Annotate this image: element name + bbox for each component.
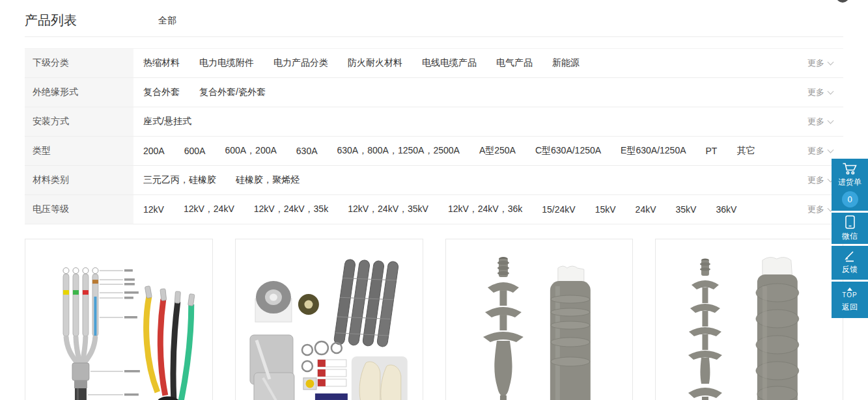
cart-label: 进货单 — [838, 177, 861, 188]
more-label: 更多 — [807, 116, 824, 127]
filter-option[interactable]: 12kV，24kV，35kV — [348, 204, 428, 215]
filter-option[interactable]: PT — [706, 146, 718, 156]
back-label: 返回 — [842, 302, 858, 313]
filter-label: 类型 — [25, 137, 133, 165]
filter-option[interactable]: 600A，200A — [225, 145, 276, 157]
filter-options: 12kV12kV，24kV12kV，24kV，35k12kV，24kV，35kV… — [133, 195, 807, 224]
feedback-button[interactable]: 反馈 — [832, 246, 868, 280]
filter-options: 热缩材料电力电缆附件电力产品分类防火耐火材料电线电缆产品电气产品新能源 — [133, 49, 807, 77]
feedback-label: 反馈 — [842, 264, 858, 275]
cold-shrink-terminations-photo — [446, 239, 633, 400]
filter-label: 安装方式 — [25, 107, 133, 136]
more-link[interactable]: 更多 — [807, 78, 843, 107]
filter-option[interactable]: 热缩材料 — [143, 57, 180, 69]
more-label: 更多 — [807, 174, 824, 186]
wechat-button[interactable]: 微信 — [832, 213, 868, 244]
floating-sidebar: 进货单 0 微信 反馈 TOP 返回 — [832, 159, 868, 318]
filter-option[interactable]: 200A — [143, 146, 165, 156]
filter-row: 材料类别 三元乙丙，硅橡胶硅橡胶，聚烯烃 更多 — [25, 166, 843, 195]
more-link[interactable]: 更多 — [807, 107, 843, 136]
filter-all-link[interactable]: 全部 — [158, 15, 176, 27]
cable-termination-diagram-photo — [25, 239, 212, 400]
filter-label: 电压等级 — [25, 195, 133, 224]
cart-button[interactable]: 进货单 0 — [832, 159, 868, 211]
filter-option[interactable]: 座式/悬挂式 — [143, 116, 191, 127]
filter-option[interactable]: C型630A/1250A — [535, 145, 601, 157]
cold-shrink-terminations-photo-2 — [656, 239, 843, 400]
filter-row: 电压等级 12kV12kV，24kV12kV，24kV，35k12kV，24kV… — [25, 195, 843, 224]
filter-option[interactable]: 电气产品 — [496, 57, 533, 69]
filter-option[interactable]: 12kV，24kV，36k — [448, 204, 522, 215]
filter-option[interactable]: 新能源 — [552, 57, 580, 69]
filter-options: 三元乙丙，硅橡胶硅橡胶，聚烯烃 — [133, 166, 807, 194]
filter-row: 类型 200A600A600A，200A630A630A，800A，1250A，… — [25, 137, 843, 166]
product-card[interactable] — [25, 239, 213, 400]
filter-option[interactable]: 12kV，24kV，35k — [254, 204, 328, 215]
phone-icon — [845, 215, 855, 229]
filter-option[interactable]: 三元乙丙，硅橡胶 — [143, 174, 216, 186]
more-link[interactable]: 更多 — [807, 49, 843, 77]
top-label: TOP — [842, 292, 857, 299]
chevron-down-icon — [828, 88, 834, 95]
chevron-down-icon — [828, 59, 834, 66]
filter-option[interactable]: 12kV，24kV — [184, 204, 234, 215]
filter-option[interactable]: 15/24kV — [542, 204, 575, 215]
page-title: 产品列表 — [25, 12, 77, 29]
cart-icon — [842, 163, 858, 175]
filter-option[interactable]: 12kV — [143, 204, 164, 215]
filter-options: 200A600A600A，200A630A630A，800A，1250A，250… — [133, 137, 807, 165]
filter-row: 下级分类 热缩材料电力电缆附件电力产品分类防火耐火材料电线电缆产品电气产品新能源… — [25, 49, 843, 78]
filter-option[interactable]: 630A，800A，1250A，2500A — [337, 145, 460, 157]
filter-option[interactable]: 630A — [296, 146, 318, 156]
filter-option[interactable]: 硅橡胶，聚烯烃 — [236, 174, 300, 186]
filter-options: 复合外套复合外套/瓷外套 — [133, 78, 807, 107]
filter-table: 下级分类 热缩材料电力电缆附件电力产品分类防火耐火材料电线电缆产品电气产品新能源… — [25, 48, 843, 224]
filter-label: 材料类别 — [25, 166, 133, 194]
filter-option[interactable]: 36kV — [716, 204, 736, 215]
more-label: 更多 — [807, 57, 824, 69]
filter-option[interactable]: A型250A — [479, 145, 516, 157]
back-to-top-button[interactable]: TOP 返回 — [832, 282, 868, 318]
filter-option[interactable]: 电线电缆产品 — [422, 57, 477, 69]
filter-option[interactable]: E型630A/1250A — [621, 145, 686, 157]
filter-options: 座式/悬挂式 — [133, 107, 807, 136]
pencil-icon — [844, 250, 856, 262]
more-label: 更多 — [807, 204, 824, 215]
filter-row: 外绝缘形式 复合外套复合外套/瓷外套 更多 — [25, 78, 843, 107]
cart-badge: 0 — [842, 191, 858, 207]
filter-option[interactable]: 复合外套 — [143, 87, 180, 98]
product-card[interactable] — [445, 239, 634, 400]
more-label: 更多 — [807, 145, 824, 157]
product-card[interactable] — [235, 239, 423, 400]
chevron-down-icon — [828, 147, 834, 153]
filter-option[interactable]: 35kV — [676, 204, 697, 215]
filter-option[interactable]: 600A — [184, 146, 206, 156]
filter-option[interactable]: 复合外套/瓷外套 — [199, 87, 266, 98]
filter-option[interactable]: 电力产品分类 — [273, 57, 328, 69]
product-card[interactable] — [655, 239, 843, 400]
page-header: 产品列表 全部 — [25, 0, 843, 37]
termination-kit-contents-photo — [236, 239, 423, 400]
filter-option[interactable]: 其它 — [736, 145, 755, 157]
filter-option[interactable]: 24kV — [636, 204, 656, 215]
filter-row: 安装方式 座式/悬挂式 更多 — [25, 107, 843, 137]
filter-option[interactable]: 防火耐火材料 — [348, 57, 402, 69]
product-grid — [25, 239, 843, 400]
more-label: 更多 — [807, 87, 824, 98]
filter-option[interactable]: 15kV — [595, 204, 616, 215]
filter-label: 外绝缘形式 — [25, 78, 133, 107]
wechat-label: 微信 — [842, 231, 858, 242]
chevron-down-icon — [828, 118, 834, 124]
filter-label: 下级分类 — [25, 49, 133, 77]
filter-option[interactable]: 电力电缆附件 — [199, 57, 254, 69]
arrow-up-icon — [847, 287, 852, 291]
